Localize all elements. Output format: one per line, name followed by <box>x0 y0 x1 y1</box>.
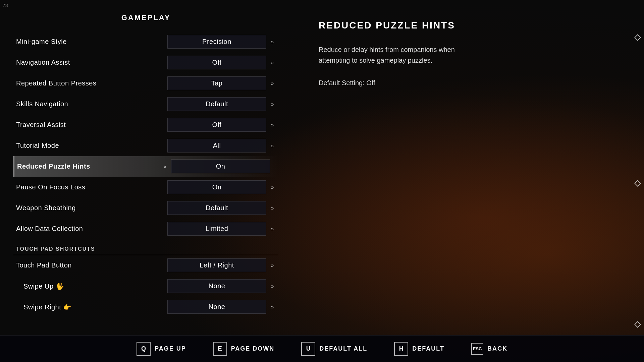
setting-name-1: Navigation Assist <box>16 59 70 66</box>
setting-name-6: Reduced Puzzle Hints <box>17 163 90 170</box>
key-badge-Q: Q <box>137 342 151 356</box>
settings-list: Mini-game StylePrecision»Navigation Assi… <box>13 32 278 317</box>
value-box-7: On <box>167 180 266 194</box>
chevron-right-icon[interactable]: » <box>269 39 276 45</box>
setting-name-4: Traversal Assist <box>16 121 66 129</box>
chevron-right-icon[interactable]: » <box>269 304 276 310</box>
bottom-action-3[interactable]: HDEFAULT <box>381 342 458 356</box>
setting-control-0: Precision» <box>158 35 276 49</box>
detail-description: Reduce or delay hints from companions wh… <box>319 44 486 66</box>
setting-name-2: Repeated Button Presses <box>16 79 96 87</box>
setting-control-2: Tap» <box>158 76 276 90</box>
key-badge-E: E <box>213 342 227 356</box>
setting-name-3: Skills Navigation <box>16 100 68 108</box>
chevron-right-icon[interactable]: » <box>269 184 276 190</box>
chevron-right-icon[interactable]: » <box>269 143 276 149</box>
action-label-2: DEFAULT ALL <box>319 345 367 352</box>
setting-row-1[interactable]: Navigation AssistOff» <box>13 52 278 73</box>
value-box-8: Default <box>167 201 266 215</box>
setting-name-5: Tutorial Mode <box>16 142 59 149</box>
bottom-action-1[interactable]: EPAGE DOWN <box>200 342 288 356</box>
action-label-4: BACK <box>487 345 507 352</box>
chevron-right-icon[interactable]: » <box>269 283 276 289</box>
value-box-6: On <box>171 160 270 173</box>
right-panel: REDUCED PUZZLE HINTS Reduce or delay hin… <box>292 0 644 362</box>
bottom-bar: QPAGE UPEPAGE DOWNUDEFAULT ALLHDEFAULTES… <box>0 335 644 362</box>
chevron-right-icon[interactable]: » <box>269 80 276 86</box>
chevron-right-icon[interactable]: » <box>269 122 276 128</box>
setting-control-4: Off» <box>158 118 276 132</box>
setting-row-8[interactable]: Weapon SheathingDefault» <box>13 198 278 219</box>
setting-control-5: All» <box>158 139 276 153</box>
touchpad-name-0: Touch Pad Button <box>16 261 72 269</box>
bottom-action-4[interactable]: ESCBACK <box>458 343 521 355</box>
setting-row-5[interactable]: Tutorial ModeAll» <box>13 135 278 156</box>
setting-control-6: «On <box>162 160 276 173</box>
touchpad-row-2[interactable]: Swipe Right 👉None» <box>13 297 278 317</box>
setting-row-9[interactable]: Allow Data CollectionLimited» <box>13 219 278 239</box>
setting-control-1: Off» <box>158 56 276 69</box>
key-badge-U: U <box>301 342 315 356</box>
left-panel: GAMEPLAY Mini-game StylePrecision»Naviga… <box>0 0 292 362</box>
key-badge-ESC: ESC <box>471 343 483 355</box>
value-box-1: Off <box>167 56 266 69</box>
chevron-right-icon[interactable]: » <box>269 226 276 232</box>
chevron-left-icon[interactable]: « <box>162 164 168 170</box>
touchpad-control-2: None» <box>158 300 276 314</box>
chevron-right-icon[interactable]: » <box>269 60 276 66</box>
value-box-0: Precision <box>167 35 266 49</box>
setting-name-9: Allow Data Collection <box>16 225 83 233</box>
value-box-9: Limited <box>167 222 266 236</box>
bottom-action-0[interactable]: QPAGE UP <box>123 342 200 356</box>
setting-control-8: Default» <box>158 201 276 215</box>
setting-name-0: Mini-game Style <box>16 38 67 46</box>
setting-row-3[interactable]: Skills NavigationDefault» <box>13 94 278 115</box>
touchpad-value-2: None <box>167 300 266 314</box>
touchpad-value-0: Left / Right <box>167 258 266 272</box>
chevron-right-icon[interactable]: » <box>269 101 276 107</box>
bottom-action-2[interactable]: UDEFAULT ALL <box>288 342 381 356</box>
touchpad-control-1: None» <box>158 279 276 293</box>
section-title: GAMEPLAY <box>13 13 278 22</box>
setting-row-0[interactable]: Mini-game StylePrecision» <box>13 32 278 52</box>
setting-name-7: Pause On Focus Loss <box>16 183 85 191</box>
key-badge-H: H <box>394 342 408 356</box>
chevron-right-icon[interactable]: » <box>269 262 276 268</box>
detail-title: REDUCED PUZZLE HINTS <box>319 20 624 31</box>
setting-control-7: On» <box>158 180 276 194</box>
setting-control-9: Limited» <box>158 222 276 236</box>
setting-row-7[interactable]: Pause On Focus LossOn» <box>13 177 278 198</box>
touchpad-value-1: None <box>167 279 266 293</box>
action-label-1: PAGE DOWN <box>231 345 275 352</box>
setting-row-4[interactable]: Traversal AssistOff» <box>13 115 278 135</box>
action-label-3: DEFAULT <box>412 345 444 352</box>
touchpad-name-1: Swipe Up 🖐 <box>23 282 64 290</box>
value-box-5: All <box>167 139 266 153</box>
value-box-3: Default <box>167 97 266 111</box>
chevron-right-icon[interactable]: » <box>269 205 276 211</box>
detail-default: Default Setting: Off <box>319 79 624 87</box>
setting-control-3: Default» <box>158 97 276 111</box>
touchpad-section-title: TOUCH PAD SHORTCUTS <box>13 241 278 255</box>
action-label-0: PAGE UP <box>155 345 186 352</box>
setting-row-6[interactable]: Reduced Puzzle Hints«On <box>13 156 278 177</box>
setting-row-2[interactable]: Repeated Button PressesTap» <box>13 73 278 94</box>
touchpad-row-1[interactable]: Swipe Up 🖐None» <box>13 276 278 297</box>
value-box-2: Tap <box>167 76 266 90</box>
setting-name-8: Weapon Sheathing <box>16 204 76 212</box>
touchpad-row-0[interactable]: Touch Pad ButtonLeft / Right» <box>13 255 278 276</box>
touchpad-name-2: Swipe Right 👉 <box>23 303 72 311</box>
touchpad-control-0: Left / Right» <box>158 258 276 272</box>
value-box-4: Off <box>167 118 266 132</box>
